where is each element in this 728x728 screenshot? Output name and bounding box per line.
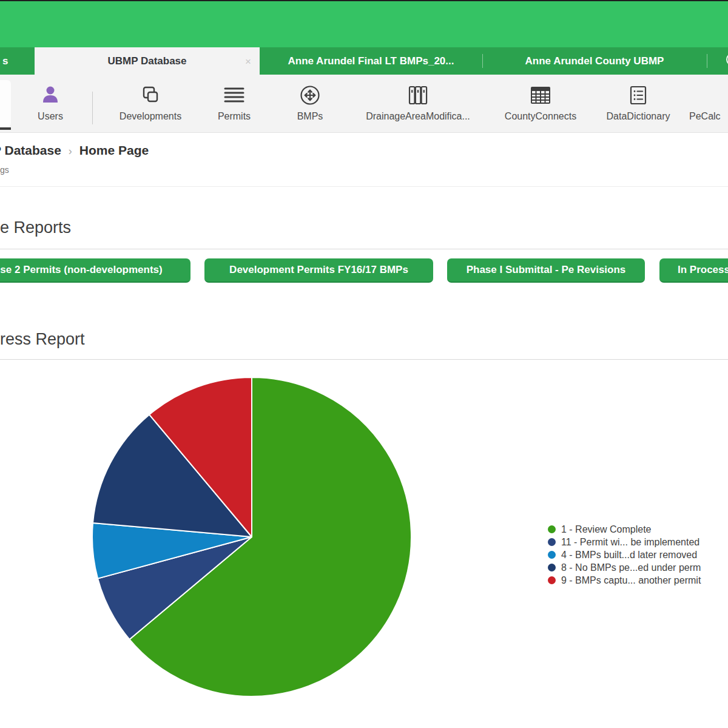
circle-arrows-icon <box>280 82 340 109</box>
section-title-reports: e Reports <box>0 218 71 237</box>
tab-label: Anne Arundel County UBMP <box>525 55 664 67</box>
tab-label: Anne Arundel Final LT BMPs_20... <box>288 55 454 67</box>
legend-swatch <box>548 551 556 559</box>
legend-label: 9 - BMPs captu... another permit <box>561 575 701 586</box>
toolbar-item-label: PeCalc <box>689 111 728 122</box>
legend-label: 8 - No BMPs pe...ed under perm <box>561 562 701 573</box>
tab-partial-left[interactable]: s <box>0 47 35 75</box>
toolbar-item-drainageareamodifica[interactable]: DrainageAreaModifica... <box>357 82 479 122</box>
toolbar-item-users[interactable]: Users <box>23 82 78 122</box>
tab-divider <box>482 54 483 68</box>
pie-chart <box>90 376 413 698</box>
breadcrumb-subtext: gs <box>0 165 9 175</box>
tab-bar: s UBMP Database × Anne Arundel Final LT … <box>0 47 728 75</box>
tab-partial-label: s <box>2 55 8 67</box>
toolbar-item-label: DataDictionary <box>596 111 681 122</box>
legend-item[interactable]: 11 - Permit wi... be implemented <box>548 536 701 548</box>
toolbar-item-bmps[interactable]: BMPs <box>280 82 340 122</box>
legend-label: 4 - BMPs built...d later removed <box>561 550 697 561</box>
toolbar-item-label: Users <box>23 111 78 122</box>
toolbar-divider <box>92 92 93 124</box>
pecalc-icon-offscreen <box>689 82 728 109</box>
chevron-right-icon: › <box>69 145 72 158</box>
section-title-progress: ress Report <box>0 330 85 349</box>
breadcrumb-parent[interactable]: P Database <box>0 143 61 158</box>
toolbar-item-datadictionary[interactable]: DataDictionary <box>596 82 681 122</box>
tab-anne-arundel-county-ubmp[interactable]: Anne Arundel County UBMP <box>482 47 707 75</box>
toolbar-item-label: Permits <box>204 111 265 122</box>
tab-anne-arundel-final-lt-bmps[interactable]: Anne Arundel Final LT BMPs_20... <box>260 47 482 75</box>
user-icon <box>23 82 78 109</box>
table-icon <box>495 82 586 109</box>
section-rule <box>0 359 728 360</box>
legend-swatch <box>548 525 556 533</box>
toolbar: Users Developments Permits <box>0 75 728 133</box>
toolbar-item-selected-partial[interactable] <box>0 80 11 127</box>
chart-legend: 1 - Review Complete11 - Permit wi... be … <box>548 523 701 587</box>
tab-divider <box>707 54 707 68</box>
toolbar-item-countyconnects[interactable]: CountyConnects <box>495 82 586 122</box>
tab-ubmp-database[interactable]: UBMP Database × <box>35 47 260 75</box>
legend-swatch <box>548 576 556 584</box>
copies-icon <box>108 82 193 109</box>
toolbar-item-label: CountyConnects <box>495 111 586 122</box>
legend-item[interactable]: 1 - Review Complete <box>548 523 701 536</box>
lines-icon <box>204 82 265 109</box>
legend-item[interactable]: 8 - No BMPs pe...ed under perm <box>548 561 701 574</box>
section-rule <box>0 249 728 249</box>
content-divider <box>0 186 728 187</box>
legend-label: 1 - Review Complete <box>561 524 652 535</box>
legend-item[interactable]: 9 - BMPs captu... another permit <box>548 574 701 587</box>
toolbar-item-developments[interactable]: Developments <box>108 82 193 122</box>
legend-item[interactable]: 4 - BMPs built...d later removed <box>548 548 701 561</box>
report-button-development-permits[interactable]: Development Permits FY16/17 BMPs <box>204 258 433 283</box>
app-header <box>0 1 728 47</box>
legend-swatch <box>548 538 556 546</box>
report-button-phase2-permits[interactable]: se 2 Permits (non-developments) <box>0 258 190 283</box>
breadcrumb-current: Home Page <box>79 143 149 158</box>
toolbar-item-label: Developments <box>108 111 193 122</box>
toolbar-item-pecalc[interactable]: PeCalc <box>689 82 728 122</box>
toolbar-selected-underline <box>0 127 11 130</box>
legend-swatch <box>548 564 556 571</box>
columns-icon <box>357 82 479 109</box>
list-document-icon <box>596 82 681 109</box>
close-icon[interactable]: × <box>245 56 251 66</box>
breadcrumb: P Database › Home Page <box>0 143 149 158</box>
report-button-phase1-submittal[interactable]: Phase I Submittal - Pe Revisions <box>447 258 645 283</box>
toolbar-item-label: DrainageAreaModifica... <box>357 111 479 122</box>
toolbar-item-permits[interactable]: Permits <box>204 82 265 122</box>
toolbar-item-label: BMPs <box>280 111 340 122</box>
tab-label: UBMP Database <box>107 55 186 67</box>
legend-label: 11 - Permit wi... be implemented <box>561 537 699 548</box>
report-button-in-process[interactable]: In Process <box>659 258 728 283</box>
